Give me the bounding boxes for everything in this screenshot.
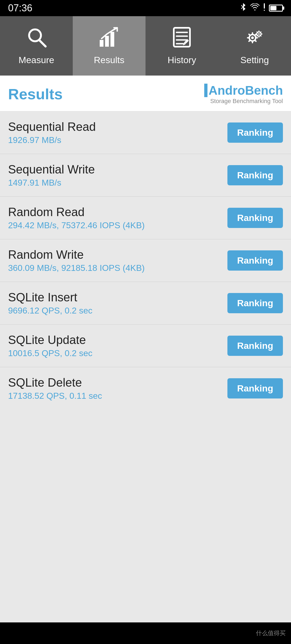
benchmark-value: 360.09 MB/s, 92185.18 IOPS (4KB) [8, 263, 222, 273]
benchmark-value: 9696.12 QPS, 0.2 sec [8, 306, 222, 316]
benchmark-row-sqlite-update: SQLite Update 10016.5 QPS, 0.2 sec Ranki… [0, 325, 291, 367]
brand-accent [204, 84, 207, 97]
tab-setting-label: Setting [240, 55, 269, 65]
benchmark-value: 10016.5 QPS, 0.2 sec [8, 348, 222, 358]
tab-history-label: History [168, 55, 196, 65]
brand-logo: AndroBench Storage Benchmarking Tool [204, 83, 283, 105]
status-bar: 07:36 [0, 0, 291, 16]
ranking-button-sequential-read[interactable]: Ranking [227, 122, 283, 143]
benchmark-info: SQLite Insert 9696.12 QPS, 0.2 sec [8, 291, 222, 316]
alert-icon [263, 3, 266, 13]
svg-rect-1 [264, 10, 265, 11]
benchmark-row-random-read: Random Read 294.42 MB/s, 75372.46 IOPS (… [0, 197, 291, 239]
measure-icon [26, 26, 47, 51]
brand-subtitle: Storage Benchmarking Tool [210, 98, 283, 105]
benchmark-name: Random Read [8, 205, 222, 219]
benchmark-name: SQLite Update [8, 333, 222, 347]
tab-results[interactable]: Results [73, 16, 146, 76]
benchmark-value: 1497.91 MB/s [8, 178, 222, 188]
benchmark-info: SQLite Delete 17138.52 QPS, 0.11 sec [8, 376, 222, 401]
tab-results-label: Results [94, 55, 124, 65]
history-icon [171, 26, 193, 51]
status-time: 07:36 [8, 2, 32, 14]
svg-rect-5 [105, 36, 109, 47]
setting-icon [244, 26, 265, 51]
svg-rect-0 [264, 3, 265, 9]
brand-bench: Bench [245, 83, 283, 97]
svg-point-17 [258, 33, 260, 35]
wifi-icon [250, 4, 260, 13]
svg-rect-6 [110, 32, 114, 47]
footer: 什么值得买 [0, 622, 291, 644]
ranking-button-sqlite-delete[interactable]: Ranking [227, 378, 283, 398]
benchmark-info: Sequential Read 1926.97 MB/s [8, 120, 222, 145]
bluetooth-icon [239, 2, 247, 14]
benchmark-row-sequential-write: Sequential Write 1497.91 MB/s Ranking [0, 154, 291, 197]
battery-icon [269, 5, 283, 12]
brand-andro: Andro [209, 83, 245, 97]
watermark: 什么值得买 [256, 629, 286, 637]
benchmark-row-sqlite-insert: SQLite Insert 9696.12 QPS, 0.2 sec Ranki… [0, 282, 291, 325]
results-header: Results AndroBench Storage Benchmarking … [0, 76, 291, 111]
benchmark-value: 1926.97 MB/s [8, 135, 222, 145]
main-content: Results AndroBench Storage Benchmarking … [0, 76, 291, 622]
benchmark-list: Sequential Read 1926.97 MB/s Ranking Seq… [0, 111, 291, 622]
page-title: Results [8, 85, 63, 103]
benchmark-row-sequential-read: Sequential Read 1926.97 MB/s Ranking [0, 111, 291, 154]
brand-name: AndroBench [209, 83, 283, 98]
benchmark-name: Random Write [8, 248, 222, 261]
ranking-button-sequential-write[interactable]: Ranking [227, 165, 283, 185]
tab-setting[interactable]: Setting [218, 16, 291, 76]
benchmark-info: Random Write 360.09 MB/s, 92185.18 IOPS … [8, 248, 222, 273]
benchmark-row-sqlite-delete: SQLite Delete 17138.52 QPS, 0.11 sec Ran… [0, 367, 291, 410]
ranking-button-sqlite-insert[interactable]: Ranking [227, 293, 283, 313]
ranking-button-random-read[interactable]: Ranking [227, 208, 283, 228]
benchmark-info: Random Read 294.42 MB/s, 75372.46 IOPS (… [8, 205, 222, 230]
benchmark-name: Sequential Read [8, 120, 222, 134]
nav-tabs: Measure Results [0, 16, 291, 76]
svg-line-3 [39, 40, 46, 46]
benchmark-value: 17138.52 QPS, 0.11 sec [8, 391, 222, 401]
tab-measure-label: Measure [19, 55, 54, 65]
benchmark-row-random-write: Random Write 360.09 MB/s, 92185.18 IOPS … [0, 239, 291, 282]
status-icons [239, 2, 283, 14]
benchmark-info: SQLite Update 10016.5 QPS, 0.2 sec [8, 333, 222, 358]
benchmark-info: Sequential Write 1497.91 MB/s [8, 163, 222, 188]
benchmark-name: SQLite Delete [8, 376, 222, 389]
results-icon [98, 26, 120, 51]
benchmark-value: 294.42 MB/s, 75372.46 IOPS (4KB) [8, 220, 222, 230]
tab-history[interactable]: History [146, 16, 218, 76]
benchmark-name: SQLite Insert [8, 291, 222, 304]
ranking-button-sqlite-update[interactable]: Ranking [227, 336, 283, 356]
svg-rect-4 [100, 40, 103, 47]
ranking-button-random-write[interactable]: Ranking [227, 250, 283, 271]
benchmark-name: Sequential Write [8, 163, 222, 176]
tab-measure[interactable]: Measure [0, 16, 73, 76]
svg-point-15 [251, 36, 254, 39]
